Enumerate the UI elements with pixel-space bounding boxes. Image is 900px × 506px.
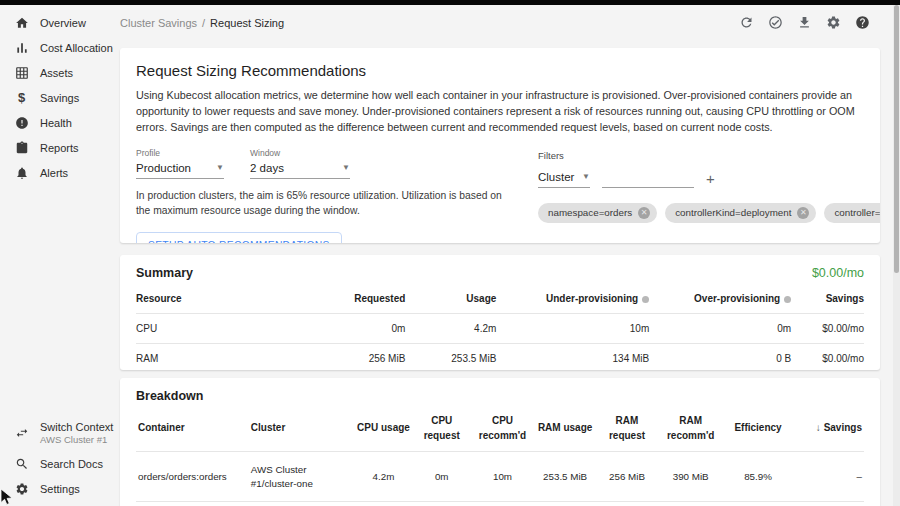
settings-gear-icon[interactable] (826, 15, 841, 30)
sidebar-item-cost-allocation[interactable]: Cost Allocation (0, 35, 112, 60)
cell-savings: $0.00/mo (791, 344, 864, 371)
info-icon[interactable] (784, 296, 791, 303)
topbar-actions (739, 15, 870, 30)
chevron-down-icon: ▼ (582, 172, 590, 181)
clipboard-icon (14, 140, 29, 155)
breakdown-card: Breakdown Container Cluster CPU usage CP… (120, 378, 880, 506)
cell-ram-request: 256 MiB (596, 452, 658, 502)
cell-ram-usage: 253.5 MiB (534, 452, 596, 502)
filter-chip-label: controller=orders (834, 207, 880, 218)
summary-table: Resource Requested Usage Under-provision… (136, 286, 864, 370)
cell-cpu-usage: 4.2m (354, 452, 412, 502)
profile-helper-text: In production clusters, the aim is 65% r… (136, 188, 518, 219)
sidebar-item-label: Health (40, 117, 72, 129)
mouse-cursor (0, 488, 14, 506)
sidebar-item-search-docs[interactable]: Search Docs (0, 451, 112, 476)
profile-field: Profile Production ▼ (136, 148, 224, 179)
sidebar-item-settings[interactable]: Settings (0, 476, 112, 501)
breadcrumb: Cluster Savings/Request Sizing (120, 17, 284, 29)
summary-header-row: Resource Requested Usage Under-provision… (136, 286, 864, 314)
cell-resource: RAM (136, 344, 256, 371)
help-icon[interactable] (855, 15, 870, 30)
chevron-down-icon: ▼ (342, 163, 350, 172)
col-cluster[interactable]: Cluster (249, 409, 355, 452)
col-container[interactable]: Container (136, 409, 249, 452)
breakdown-table: Container Cluster CPU usage CPU request … (136, 409, 864, 502)
cell-cluster: AWS Cluster #1/cluster-one (249, 452, 355, 502)
scrollbar-track[interactable] (893, 5, 900, 506)
cell-savings: $0.00/mo (791, 314, 864, 344)
cell-container: orders/orders:orders (136, 452, 249, 502)
breakdown-title: Breakdown (136, 389, 203, 403)
setup-auto-recommendations-button[interactable]: SETUP AUTO RECOMMENDATIONS (136, 232, 342, 243)
summary-card: Summary $0.00/mo Resource Requested Usag… (120, 255, 880, 370)
col-cpu-recommended[interactable]: CPU recomm'd (471, 409, 534, 452)
check-circle-icon[interactable] (768, 15, 783, 30)
breadcrumb-section[interactable]: Cluster Savings (120, 17, 197, 29)
breadcrumb-current-page: Request Sizing (210, 17, 284, 29)
filter-field-select[interactable]: Cluster ▼ (538, 170, 590, 188)
cell-cpu-recommended: 10m (471, 452, 534, 502)
refresh-icon[interactable] (739, 15, 754, 30)
sort-desc-icon: ↓ (816, 422, 821, 433)
cell-ram-recommended: 390 MiB (658, 452, 724, 502)
profile-label: Profile (136, 148, 224, 158)
profile-select-value: Production (136, 162, 191, 174)
sidebar: Overview Cost Allocation Assets $ Saving… (0, 5, 112, 506)
col-resource: Resource (136, 286, 256, 314)
sidebar-item-reports[interactable]: Reports (0, 135, 112, 160)
chevron-down-icon: ▼ (216, 163, 224, 172)
cell-requested: 0m (256, 314, 405, 344)
sidebar-item-label: Assets (40, 67, 73, 79)
col-ram-usage[interactable]: RAM usage (534, 409, 596, 452)
col-cpu-usage[interactable]: CPU usage (354, 409, 412, 452)
window-select[interactable]: 2 days ▼ (250, 161, 350, 179)
remove-chip-icon[interactable]: ✕ (638, 207, 650, 219)
cell-over: 0m (649, 314, 791, 344)
window-select-value: 2 days (250, 162, 284, 174)
col-cpu-request[interactable]: CPU request (413, 409, 471, 452)
health-icon (14, 115, 29, 130)
sidebar-item-assets[interactable]: Assets (0, 60, 112, 85)
table-row[interactable]: RAM 256 MiB 253.5 MiB 134 MiB 0 B $0.00/… (136, 344, 864, 371)
filter-chip-label: controllerKind=deployment (675, 207, 791, 218)
filter-value-input[interactable] (602, 171, 694, 188)
col-ram-request[interactable]: RAM request (596, 409, 658, 452)
filter-chip: controller=orders ✕ (824, 203, 880, 223)
filters-label: Filters (538, 150, 880, 161)
profile-select[interactable]: Production ▼ (136, 161, 224, 179)
col-ram-recommended[interactable]: RAM recomm'd (658, 409, 724, 452)
table-row[interactable]: CPU 0m 4.2m 10m 0m $0.00/mo (136, 314, 864, 344)
page-description: Using Kubecost allocation metrics, we de… (136, 88, 858, 136)
sidebar-item-label: Cost Allocation (40, 42, 113, 54)
col-savings-sorted[interactable]: ↓Savings (793, 409, 864, 452)
sidebar-item-health[interactable]: Health (0, 110, 112, 135)
search-icon (14, 456, 29, 471)
home-icon (14, 15, 29, 30)
sidebar-item-label: Reports (40, 142, 79, 154)
cell-efficiency: 85.9% (723, 452, 792, 502)
remove-chip-icon[interactable]: ✕ (797, 207, 809, 219)
info-icon[interactable] (642, 296, 649, 303)
summary-title: Summary (136, 266, 193, 280)
cell-cpu-request: 0m (413, 452, 471, 502)
add-filter-button[interactable]: + (706, 171, 715, 188)
sidebar-item-overview[interactable]: Overview (0, 10, 112, 35)
breadcrumb-separator: / (202, 17, 205, 29)
cell-requested: 256 MiB (256, 344, 405, 371)
sidebar-item-savings[interactable]: $ Savings (0, 85, 112, 110)
sidebar-item-alerts[interactable]: Alerts (0, 160, 112, 185)
swap-arrows-icon (14, 426, 29, 441)
sidebar-item-switch-context[interactable]: Switch Context AWS Cluster #1 (0, 415, 112, 451)
download-icon[interactable] (797, 15, 812, 30)
cell-under: 10m (496, 314, 649, 344)
col-under-provisioning: Under-provisioning (496, 286, 649, 314)
breakdown-header-row: Container Cluster CPU usage CPU request … (136, 409, 864, 452)
table-row[interactable]: orders/orders:orders AWS Cluster #1/clus… (136, 452, 864, 502)
col-requested: Requested (256, 286, 405, 314)
scrollbar-thumb[interactable] (894, 5, 899, 273)
gear-icon (14, 481, 29, 496)
col-savings: Savings (791, 286, 864, 314)
cell-usage: 253.5 MiB (405, 344, 496, 371)
col-efficiency[interactable]: Efficiency (723, 409, 792, 452)
